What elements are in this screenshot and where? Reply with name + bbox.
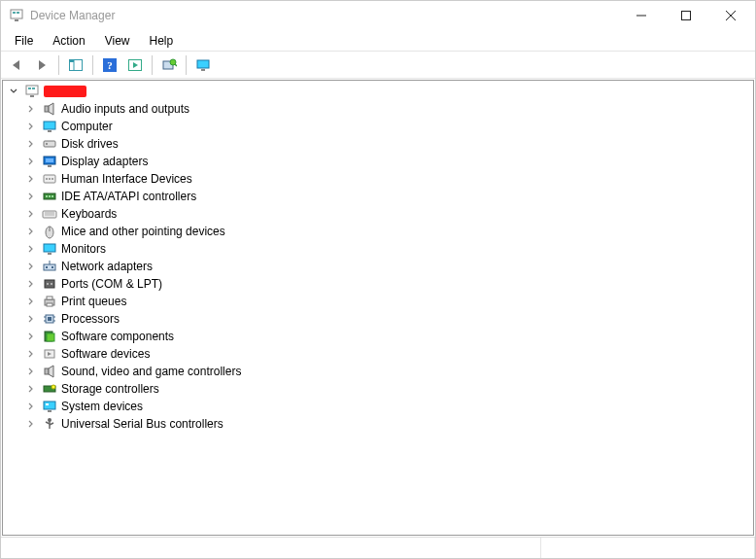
tree-category[interactable]: Audio inputs and outputs <box>3 100 753 118</box>
chevron-down-icon[interactable] <box>7 85 20 98</box>
tree-category-label: Display adapters <box>61 155 148 168</box>
tree-category[interactable]: Ports (COM & LPT) <box>3 275 753 293</box>
cpu-icon <box>42 311 57 327</box>
chevron-right-icon[interactable] <box>24 102 38 116</box>
monitor-button[interactable] <box>191 53 215 77</box>
chevron-right-icon[interactable] <box>24 365 38 378</box>
help-icon: ? <box>102 57 118 73</box>
tree-category[interactable]: Disk drives <box>3 135 753 153</box>
svg-marker-9 <box>39 60 46 70</box>
tree-category-label: Universal Serial Bus controllers <box>61 417 223 431</box>
port-icon <box>42 276 57 292</box>
tree-category-label: Computer <box>61 120 113 133</box>
menu-file[interactable]: File <box>5 32 43 50</box>
toolbar-separator <box>92 55 93 75</box>
tree-category-label: IDE ATA/ATAPI controllers <box>61 190 196 203</box>
tree-category-label: Sound, video and game controllers <box>61 365 241 378</box>
toolbar-separator <box>186 55 187 75</box>
monitor-icon <box>42 241 57 257</box>
device-tree-panel[interactable]: Audio inputs and outputsComputerDisk dri… <box>2 80 754 536</box>
storage-icon <box>42 381 57 397</box>
tree-category[interactable]: System devices <box>3 398 753 415</box>
tree-category[interactable]: Processors <box>3 310 753 328</box>
toolbar-separator <box>58 55 59 75</box>
monitor-icon <box>42 119 57 134</box>
tree-category[interactable]: Mice and other pointing devices <box>3 223 753 240</box>
menubar: File Action View Help <box>1 30 755 52</box>
forward-button[interactable] <box>30 53 53 77</box>
chevron-right-icon[interactable] <box>24 400 38 413</box>
svg-rect-2 <box>17 12 19 14</box>
tree-category-label: Storage controllers <box>61 382 159 396</box>
chevron-right-icon[interactable] <box>24 242 38 256</box>
swdev-icon <box>42 346 57 362</box>
tree-category[interactable]: Storage controllers <box>3 380 753 398</box>
minimize-button[interactable] <box>619 1 664 30</box>
svg-text:?: ? <box>107 59 113 71</box>
action-icon <box>127 57 143 73</box>
tree-category[interactable]: Print queues <box>3 293 753 310</box>
tree-category-label: Mice and other pointing devices <box>61 225 225 238</box>
tree-category[interactable]: Keyboards <box>3 205 753 223</box>
disk-icon <box>42 136 57 152</box>
window-title: Device Manager <box>30 9 115 22</box>
chevron-right-icon[interactable] <box>24 277 38 291</box>
tree-category[interactable]: Display adapters <box>3 153 753 170</box>
tree-category-label: Software components <box>61 330 174 343</box>
chevron-right-icon[interactable] <box>24 260 38 273</box>
speaker-icon <box>42 364 57 379</box>
chevron-right-icon[interactable] <box>24 330 38 343</box>
tree-category[interactable]: Software components <box>3 328 753 345</box>
chevron-right-icon[interactable] <box>24 417 38 431</box>
tree-category[interactable]: Human Interface Devices <box>3 170 753 188</box>
chevron-right-icon[interactable] <box>24 172 38 186</box>
chevron-right-icon[interactable] <box>24 295 38 308</box>
tree-category[interactable]: Computer <box>3 118 753 135</box>
network-icon <box>42 259 57 274</box>
scan-hardware-button[interactable] <box>157 53 181 77</box>
tree-category[interactable]: Network adapters <box>3 258 753 275</box>
tree-category[interactable]: Software devices <box>3 345 753 363</box>
maximize-button[interactable] <box>664 1 708 30</box>
chevron-right-icon[interactable] <box>24 190 38 203</box>
tree-category[interactable]: Sound, video and game controllers <box>3 363 753 380</box>
action-button[interactable] <box>123 53 147 77</box>
chevron-right-icon[interactable] <box>24 137 38 151</box>
show-hide-tree-button[interactable] <box>64 53 87 77</box>
menu-view[interactable]: View <box>95 32 140 50</box>
tree-category[interactable]: Monitors <box>3 240 753 258</box>
chevron-right-icon[interactable] <box>24 382 38 396</box>
tree-category-label: Disk drives <box>61 137 119 151</box>
tree-category[interactable]: IDE ATA/ATAPI controllers <box>3 188 753 205</box>
statusbar <box>1 537 755 558</box>
toolbar: ? <box>1 52 755 79</box>
svg-rect-0 <box>11 10 22 18</box>
svg-rect-5 <box>682 12 691 20</box>
tree-category-label: Processors <box>61 312 120 326</box>
display-icon <box>42 154 57 169</box>
tree-category-label: Ports (COM & LPT) <box>61 277 162 291</box>
svg-rect-21 <box>201 69 205 71</box>
help-button[interactable]: ? <box>98 53 121 77</box>
tree-category-label: System devices <box>61 400 143 413</box>
svg-rect-1 <box>13 12 16 14</box>
app-icon <box>9 8 24 23</box>
monitor-icon <box>195 57 211 73</box>
menu-help[interactable]: Help <box>140 32 184 50</box>
tree-category[interactable]: Universal Serial Bus controllers <box>3 415 753 433</box>
swcomp-icon <box>42 329 57 344</box>
chevron-right-icon[interactable] <box>24 225 38 238</box>
status-cell <box>541 538 755 558</box>
tree-root[interactable] <box>3 83 753 100</box>
menu-action[interactable]: Action <box>43 32 94 50</box>
chevron-right-icon[interactable] <box>24 207 38 221</box>
keyboard-icon <box>42 206 57 222</box>
chevron-right-icon[interactable] <box>24 120 38 133</box>
tree-category-label: Network adapters <box>61 260 153 273</box>
svg-rect-12 <box>70 60 74 62</box>
close-button[interactable] <box>708 1 753 30</box>
chevron-right-icon[interactable] <box>24 155 38 168</box>
chevron-right-icon[interactable] <box>24 312 38 326</box>
back-button[interactable] <box>5 53 28 77</box>
chevron-right-icon[interactable] <box>24 347 38 361</box>
